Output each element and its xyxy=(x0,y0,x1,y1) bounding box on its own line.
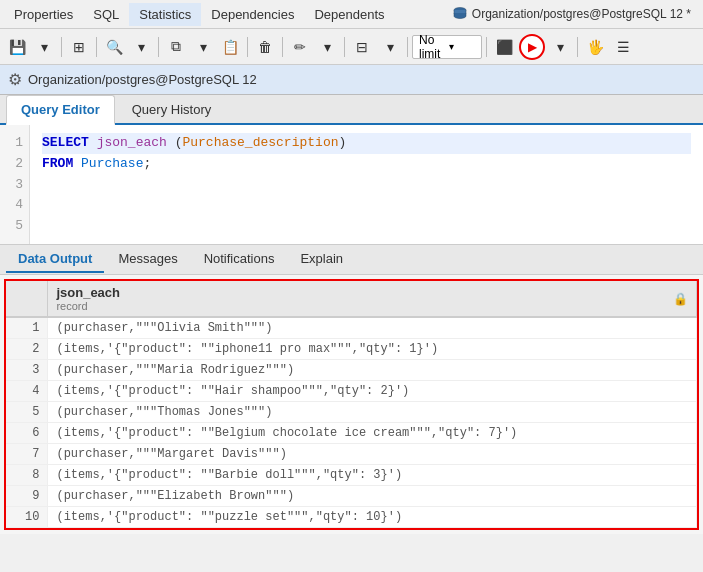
row-value: (purchaser,"""Olivia Smith""") xyxy=(48,317,697,339)
editor-area: 1 2 3 4 5 SELECT json_each (Purchase_des… xyxy=(0,125,703,245)
menu-dependents[interactable]: Dependents xyxy=(304,3,394,26)
toolbar-table-group: ⊞ xyxy=(66,34,92,60)
col-name: json_each xyxy=(56,285,120,300)
connection-bar: ⚙ Organization/postgres@PostgreSQL 12 xyxy=(0,65,703,95)
table-body: 1 (purchaser,"""Olivia Smith""") 2 (item… xyxy=(6,317,697,528)
line-num-4: 4 xyxy=(6,195,23,216)
row-value: (items,'{"product": ""puzzle set""","qty… xyxy=(48,507,697,528)
line-num-1: 1 xyxy=(6,133,23,154)
results-tab-bar: Data Output Messages Notifications Expla… xyxy=(0,245,703,275)
col-json-each: json_each record 🔒 xyxy=(48,281,697,317)
line-num-2: 2 xyxy=(6,154,23,175)
table-row: 2 (items,'{"product": ""iphone11 pro max… xyxy=(6,339,697,360)
filter-dropdown[interactable]: ▾ xyxy=(377,34,403,60)
limit-dropdown[interactable]: No limit ▾ xyxy=(412,35,482,59)
row-number: 2 xyxy=(6,339,48,360)
menu-properties[interactable]: Properties xyxy=(4,3,83,26)
table-row: 7 (purchaser,"""Margaret Davis""") xyxy=(6,444,697,465)
toolbar-file-group: 💾 ▾ xyxy=(4,34,57,60)
line-num-3: 3 xyxy=(6,175,23,196)
row-number: 9 xyxy=(6,486,48,507)
sep5 xyxy=(282,37,283,57)
edit-btn[interactable]: ✏ xyxy=(287,34,313,60)
row-number: 4 xyxy=(6,381,48,402)
menu-sql[interactable]: SQL xyxy=(83,3,129,26)
code-line-1: SELECT json_each (Purchase_description) xyxy=(42,133,691,154)
tab-messages[interactable]: Messages xyxy=(106,246,189,273)
row-value: (purchaser,"""Thomas Jones""") xyxy=(48,402,697,423)
toolbar: 💾 ▾ ⊞ 🔍 ▾ ⧉ ▾ 📋 🗑 ✏ ▾ ⊟ ▾ No limit ▾ ⬛ ▶… xyxy=(0,29,703,65)
layout-btn[interactable]: ☰ xyxy=(610,34,636,60)
paste-btn[interactable]: 📋 xyxy=(217,34,243,60)
tab-query-editor[interactable]: Query Editor xyxy=(6,95,115,125)
code-line-2: FROM Purchase; xyxy=(42,154,691,175)
row-value: (purchaser,"""Elizabeth Brown""") xyxy=(48,486,697,507)
code-line-3 xyxy=(42,175,691,196)
hand-btn[interactable]: 🖐 xyxy=(582,34,608,60)
col-header-text: json_each record xyxy=(56,285,120,312)
line-numbers: 1 2 3 4 5 xyxy=(0,125,30,244)
code-line-5 xyxy=(42,216,691,237)
col-header-inner: json_each record 🔒 xyxy=(56,285,688,312)
table-row: 6 (items,'{"product": ""Belgium chocolat… xyxy=(6,423,697,444)
row-number: 8 xyxy=(6,465,48,486)
tab-notifications[interactable]: Notifications xyxy=(192,246,287,273)
table-row: 4 (items,'{"product": ""Hair shampoo""",… xyxy=(6,381,697,402)
sep4 xyxy=(247,37,248,57)
sep3 xyxy=(158,37,159,57)
toolbar-copy-group: ⧉ ▾ 📋 xyxy=(163,34,243,60)
row-number: 1 xyxy=(6,317,48,339)
filter-btn[interactable]: ⊟ xyxy=(349,34,375,60)
table-btn[interactable]: ⊞ xyxy=(66,34,92,60)
code-line-4 xyxy=(42,195,691,216)
table-row: 9 (purchaser,"""Elizabeth Brown""") xyxy=(6,486,697,507)
table-row: 8 (items,'{"product": ""Barbie doll""","… xyxy=(6,465,697,486)
table-row: 5 (purchaser,"""Thomas Jones""") xyxy=(6,402,697,423)
stop-btn[interactable]: ⬛ xyxy=(491,34,517,60)
sep8 xyxy=(486,37,487,57)
tab-data-output[interactable]: Data Output xyxy=(6,246,104,273)
tab-query-history[interactable]: Query History xyxy=(117,95,226,123)
limit-label: No limit xyxy=(419,33,445,61)
row-value: (purchaser,"""Margaret Davis""") xyxy=(48,444,697,465)
row-value: (items,'{"product": ""Hair shampoo""","q… xyxy=(48,381,697,402)
data-table-container[interactable]: json_each record 🔒 1 (purchaser,"""Olivi… xyxy=(4,279,699,530)
save-dropdown[interactable]: ▾ xyxy=(31,34,57,60)
sep1 xyxy=(61,37,62,57)
row-number: 5 xyxy=(6,402,48,423)
toolbar-edit-group: ✏ ▾ xyxy=(287,34,340,60)
search-btn[interactable]: 🔍 xyxy=(101,34,127,60)
copy-btn[interactable]: ⧉ xyxy=(163,34,189,60)
data-table: json_each record 🔒 1 (purchaser,"""Olivi… xyxy=(6,281,697,528)
row-number: 3 xyxy=(6,360,48,381)
row-number: 7 xyxy=(6,444,48,465)
row-num-header xyxy=(6,281,48,317)
line-num-5: 5 xyxy=(6,216,23,237)
row-value: (items,'{"product": ""iphone11 pro max""… xyxy=(48,339,697,360)
table-row: 3 (purchaser,"""Maria Rodriguez""") xyxy=(6,360,697,381)
sep9 xyxy=(577,37,578,57)
row-value: (items,'{"product": ""Barbie doll""","qt… xyxy=(48,465,697,486)
sep7 xyxy=(407,37,408,57)
editor-tab-bar: Query Editor Query History xyxy=(0,95,703,125)
limit-arrow: ▾ xyxy=(449,41,475,52)
menu-bar: Properties SQL Statistics Dependencies D… xyxy=(0,0,703,29)
tab-explain[interactable]: Explain xyxy=(288,246,355,273)
copy-dropdown[interactable]: ▾ xyxy=(190,34,216,60)
search-dropdown[interactable]: ▾ xyxy=(128,34,154,60)
run-btn[interactable]: ▶ xyxy=(519,34,545,60)
col-type: record xyxy=(56,300,120,312)
table-row: 10 (items,'{"product": ""puzzle set""","… xyxy=(6,507,697,528)
row-number: 10 xyxy=(6,507,48,528)
menu-dependencies[interactable]: Dependencies xyxy=(201,3,304,26)
delete-btn[interactable]: 🗑 xyxy=(252,34,278,60)
sep2 xyxy=(96,37,97,57)
row-value: (items,'{"product": ""Belgium chocolate … xyxy=(48,423,697,444)
sep6 xyxy=(344,37,345,57)
database-icon xyxy=(452,6,468,22)
save-btn[interactable]: 💾 xyxy=(4,34,30,60)
menu-statistics[interactable]: Statistics xyxy=(129,3,201,26)
edit-dropdown[interactable]: ▾ xyxy=(314,34,340,60)
code-area[interactable]: SELECT json_each (Purchase_description) … xyxy=(30,125,703,244)
run-dropdown[interactable]: ▾ xyxy=(547,34,573,60)
